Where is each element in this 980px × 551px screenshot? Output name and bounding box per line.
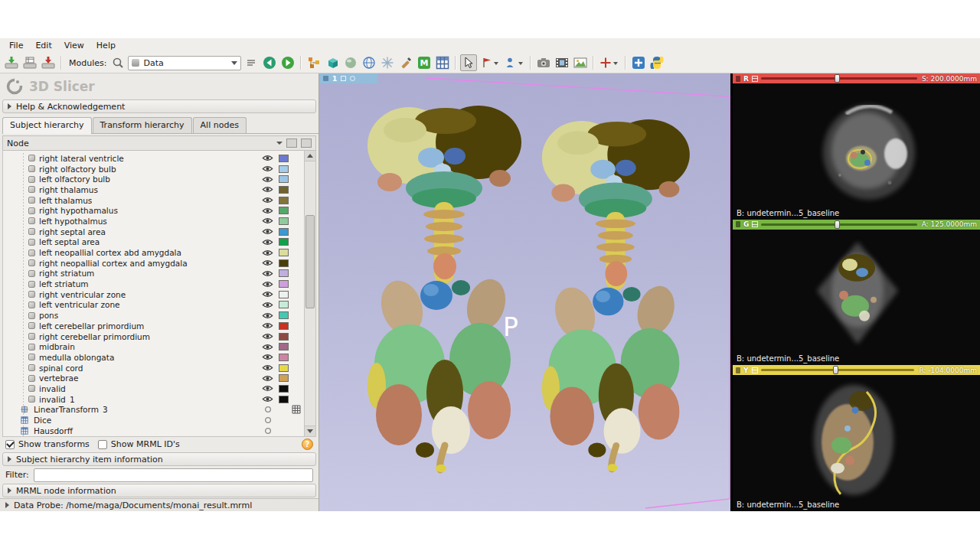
tree-row[interactable]: spinal cord [3, 363, 304, 373]
slice-menu-icon[interactable] [752, 76, 758, 82]
tree-row[interactable]: left neopallial cortex abd amygdala [3, 247, 304, 258]
item-information-bar[interactable]: Subject hierarchy item information [2, 452, 316, 466]
tree-row[interactable]: right hypothamalus [3, 205, 304, 216]
slice-offset-slider[interactable] [761, 366, 915, 374]
slice-menu-icon[interactable] [752, 367, 758, 373]
visibility-eye-icon[interactable] [262, 375, 273, 382]
visibility-eye-icon[interactable] [262, 270, 273, 277]
scroll-down-icon[interactable] [305, 425, 315, 436]
tree-row[interactable]: left cerebellar primordium [3, 321, 304, 331]
save-scene-icon[interactable] [40, 54, 57, 71]
add-data-icon[interactable] [3, 54, 20, 71]
tree-row[interactable]: right ventricular zone [3, 289, 304, 300]
show-transforms-checkbox[interactable] [5, 440, 15, 449]
slice-menu-icon[interactable] [752, 221, 758, 227]
tree-row[interactable]: left hypothalmus [3, 216, 304, 227]
visibility-eye-icon[interactable] [262, 239, 273, 246]
registration-snowflake-icon[interactable] [379, 54, 396, 71]
back-icon[interactable] [261, 54, 278, 71]
slice-bar-green[interactable]: G A: 125.0000mm [733, 220, 980, 230]
tree-row-table[interactable]: Hausdorff [3, 425, 304, 436]
markups-icon[interactable]: M [416, 54, 433, 71]
slice-bar-red[interactable]: R S: 200.0000mm [733, 73, 980, 83]
color-swatch[interactable] [279, 364, 289, 372]
color-swatch[interactable] [279, 217, 289, 225]
scrollbar-thumb[interactable] [305, 215, 315, 308]
color-swatch[interactable] [279, 165, 289, 173]
color-swatch[interactable] [279, 354, 289, 361]
transform-grid-icon[interactable] [292, 405, 301, 414]
visibility-eye-icon[interactable] [262, 302, 273, 308]
menu-edit[interactable]: Edit [29, 39, 57, 52]
visibility-eye-icon[interactable] [262, 197, 273, 204]
tree-row[interactable]: invalid [3, 383, 304, 394]
slice-bar-yellow[interactable]: Y R: -104.0000mm [733, 365, 980, 375]
slice-view-yellow[interactable]: Y R: -104.0000mm [733, 365, 980, 511]
models-sphere-icon[interactable] [342, 54, 359, 71]
tree-row[interactable]: medulla oblongata [3, 352, 304, 363]
visibility-eye-icon[interactable] [262, 344, 273, 350]
color-swatch[interactable] [279, 280, 289, 288]
color-swatch[interactable] [279, 311, 289, 319]
color-swatch[interactable] [279, 396, 289, 403]
hidden-visibility-icon[interactable] [264, 427, 272, 435]
help-icon[interactable]: ? [302, 439, 313, 450]
header-color-icon[interactable] [301, 139, 312, 148]
python-console-icon[interactable] [648, 54, 665, 71]
pin-icon[interactable] [736, 221, 740, 227]
slice-image-red[interactable]: B: undetermin...5_baseline [733, 83, 980, 220]
menu-help[interactable]: Help [90, 39, 122, 52]
color-swatch[interactable] [279, 333, 289, 341]
tree-scrollbar[interactable] [304, 151, 315, 436]
tree-row[interactable]: right olfactory bulb [3, 164, 304, 174]
visibility-eye-icon[interactable] [262, 364, 273, 371]
tree-row[interactable]: right striatum [3, 269, 304, 279]
screenshot-camera-icon[interactable] [535, 54, 552, 71]
visibility-eye-icon[interactable] [262, 228, 273, 235]
capture-image-icon[interactable] [572, 54, 589, 71]
visibility-eye-icon[interactable] [262, 354, 273, 360]
visibility-eye-icon[interactable] [262, 385, 273, 392]
view-3d[interactable]: 1 P [319, 73, 730, 511]
slice-view-green[interactable]: G A: 125.0000mm [733, 220, 980, 366]
color-swatch[interactable] [279, 238, 289, 246]
color-swatch[interactable] [279, 301, 289, 308]
module-history-icon[interactable] [243, 54, 260, 71]
tree-row[interactable]: right cerebellar primordium [3, 331, 304, 342]
forward-icon[interactable] [279, 54, 296, 71]
help-acknowledgement-bar[interactable]: Help & Acknowledgement [2, 99, 316, 113]
visibility-eye-icon[interactable] [262, 259, 273, 266]
visibility-eye-icon[interactable] [262, 176, 273, 183]
columns-menu-icon[interactable] [276, 142, 283, 145]
tree-row[interactable]: right lateral ventricle [3, 153, 304, 164]
tree-row[interactable]: pons [3, 310, 304, 321]
header-visibility-icon[interactable] [286, 139, 297, 148]
web-globe-icon[interactable] [361, 54, 377, 71]
tab-transform-hierarchy[interactable]: Transform hierarchy [93, 117, 192, 133]
visibility-eye-icon[interactable] [262, 291, 273, 298]
tree-row[interactable]: left septal area [3, 237, 304, 248]
mrml-information-bar[interactable]: MRML node information [2, 484, 316, 497]
visibility-eye-icon[interactable] [262, 322, 273, 329]
color-swatch[interactable] [279, 291, 289, 298]
tab-all-nodes[interactable]: All nodes [193, 117, 247, 133]
tables-icon[interactable] [434, 54, 451, 71]
hidden-visibility-icon[interactable] [264, 406, 272, 413]
scene-views-film-icon[interactable] [554, 54, 570, 71]
tree-row[interactable]: left striatum [3, 279, 304, 289]
slider-handle[interactable] [833, 366, 838, 374]
menu-file[interactable]: File [3, 39, 29, 52]
toolbar-person-icon[interactable] [503, 54, 526, 71]
slice-image-green[interactable]: B: undetermin...5_baseline [733, 230, 980, 366]
tree-row-transform[interactable]: LinearTransform_3 [3, 405, 304, 416]
hidden-visibility-icon[interactable] [264, 416, 272, 424]
visibility-eye-icon[interactable] [262, 249, 273, 256]
color-swatch[interactable] [279, 155, 289, 162]
color-swatch[interactable] [279, 374, 289, 382]
add-dicom-icon[interactable] [21, 54, 38, 71]
show-mrml-ids-checkbox[interactable] [98, 440, 107, 449]
extensions-manager-icon[interactable] [630, 54, 647, 71]
view-3d-layout-icon[interactable] [350, 76, 355, 81]
tree-row[interactable]: left olfactory bulb [3, 174, 304, 184]
color-swatch[interactable] [279, 197, 289, 204]
